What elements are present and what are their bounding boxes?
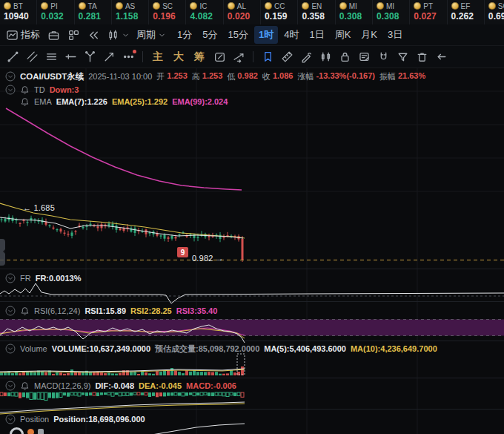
- ema-label: EMA: [34, 97, 52, 106]
- fr-label: FR: [20, 274, 31, 283]
- rsi-indicator-row: RSI(6,12,24) RSI1:15.89 RSI2:28.25 RSI3:…: [5, 306, 217, 316]
- high-value: 1.253: [202, 71, 223, 82]
- volume-ma5: MA(5):5,406,493.6000: [264, 344, 346, 353]
- position-label: Position: [20, 415, 49, 424]
- alert-bell-icon[interactable]: [20, 306, 30, 316]
- collapse-chevron-icon[interactable]: [5, 71, 16, 82]
- rsi2-value: RSI2:28.25: [130, 306, 172, 315]
- last-price-tag: 0.982 →: [192, 254, 224, 263]
- ema7-value: EMA(7):1.226: [56, 97, 107, 106]
- bar-datetime: 2025-11-03 10:00: [88, 72, 152, 81]
- collapse-chevron-icon[interactable]: [5, 85, 16, 95]
- close-value: 1.086: [273, 71, 294, 82]
- ema99-value: EMA(99):2.024: [172, 97, 228, 106]
- td-count-badge: 9: [177, 247, 188, 257]
- macd-dea-value: DEA:-0.045: [139, 381, 182, 390]
- ema25-value: EMA(25):1.292: [112, 97, 168, 106]
- volume-estimate: 预估成交量:85,098,792.0000: [155, 343, 259, 355]
- collapse-chevron-icon[interactable]: [5, 381, 16, 391]
- low-value: 0.982: [237, 71, 258, 82]
- chart-canvas[interactable]: [0, 0, 504, 434]
- fr-indicator-row: FR FR:0.0013%: [5, 273, 81, 283]
- position-value: Position:18,698,096.000: [53, 415, 145, 424]
- macd-value: MACD:-0.006: [186, 381, 236, 390]
- rsi-label: RSI(6,12,24): [34, 306, 80, 315]
- td-label: TD: [34, 85, 45, 94]
- change-value: -13.33%(-0.167): [316, 71, 375, 82]
- macd-dif-value: DIF:-0.048: [95, 381, 134, 390]
- fr-value: FR:0.0013%: [36, 274, 82, 283]
- symbol-label[interactable]: COAI/USDT永续: [20, 71, 84, 82]
- open-value: 1.253: [167, 71, 188, 82]
- alert-bell-icon[interactable]: [20, 381, 30, 391]
- ema-price-tag: ← 1.685: [23, 203, 55, 212]
- macd-label: MACD(12,26,9): [34, 381, 90, 390]
- td-value: Down:3: [50, 85, 79, 94]
- alert-bell-icon[interactable]: [20, 97, 30, 107]
- td-indicator-row: TD Down:3: [5, 85, 79, 95]
- volume-value: VOLUME:10,637,349.0000: [52, 344, 150, 353]
- volume-ma10: MA(10):4,236,649.7000: [351, 344, 437, 353]
- alert-bell-icon[interactable]: [20, 85, 30, 95]
- position-indicator-row: Position Position:18,698,096.000: [5, 414, 145, 424]
- collapse-chevron-icon[interactable]: [5, 414, 16, 424]
- collapse-chevron-icon[interactable]: [5, 273, 16, 283]
- macd-indicator-row: MACD(12,26,9) DIF:-0.048 DEA:-0.045 MACD…: [5, 381, 236, 391]
- volume-indicator-row: Volume VOLUME:10,637,349.0000 预估成交量:85,0…: [5, 343, 437, 354]
- rsi1-value: RSI1:15.89: [84, 306, 126, 315]
- trading-terminal: BT 10940 PI 0.032 TA 0.281: [0, 0, 504, 434]
- collapse-chevron-icon[interactable]: [5, 306, 16, 316]
- amplitude-value: 21.63%: [398, 71, 425, 82]
- ema-indicator-row: EMA EMA(7):1.226 EMA(25):1.292 EMA(99):2…: [20, 96, 228, 107]
- ohlc-row: COAI/USDT永续 2025-11-03 10:00 开1.253 高1.2…: [5, 71, 425, 82]
- volume-label: Volume: [20, 344, 47, 353]
- collapse-chevron-icon[interactable]: [5, 343, 16, 354]
- partial-logo: [10, 427, 44, 434]
- panel-collapse-handle[interactable]: [0, 239, 5, 266]
- rsi3-value: RSI3:35.40: [176, 306, 218, 315]
